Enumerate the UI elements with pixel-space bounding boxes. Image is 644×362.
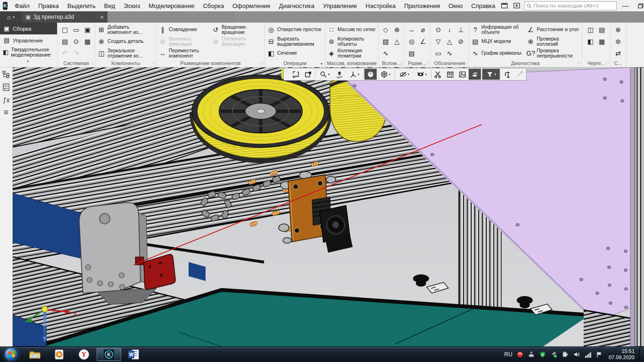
menu-view[interactable]: Вид [100, 1, 120, 10]
menu-diagnostics[interactable]: Диагностика [275, 1, 319, 10]
menu-window[interactable]: Окно [444, 1, 467, 10]
designation-icon-3[interactable]: ⊥ [455, 24, 467, 35]
menu-applications[interactable]: Приложения [400, 1, 444, 10]
linear-dimension-icon[interactable]: ↔ [406, 24, 417, 35]
menu-layout[interactable]: Оформление [228, 1, 275, 10]
app-logo-icon[interactable]: K [3, 2, 8, 10]
tab-close-icon[interactable]: × [100, 14, 104, 21]
designation-icon-8[interactable]: ∿ [444, 47, 455, 59]
menu-file[interactable]: Файл [10, 1, 34, 10]
spec-icon-3[interactable]: ⇄ [612, 47, 624, 59]
usb-device-icon[interactable] [551, 351, 558, 358]
geometry-collection-button[interactable]: ◈ Коллекция геометрии [326, 47, 377, 59]
designation-icon-2[interactable]: ↓ [444, 24, 455, 35]
network-device-icon[interactable] [528, 351, 535, 358]
hatch-plane-icon[interactable]: ▧ [380, 35, 391, 47]
network-signal-icon[interactable] [585, 351, 592, 358]
workplane-button[interactable] [469, 69, 481, 80]
panel-tab-solid-modeling[interactable]: ◧ Твердотельное моделирование [0, 46, 57, 58]
print-icon[interactable]: ▤ [59, 35, 71, 47]
shaded-display-button[interactable] [364, 69, 377, 80]
menu-select[interactable]: Выделить [63, 1, 100, 10]
antivirus-icon[interactable] [517, 351, 524, 358]
document-tab[interactable]: ▣ 3д принтер.a3d × [22, 11, 107, 23]
orient-model-button[interactable] [333, 69, 346, 80]
diagnostics-tool-button[interactable] [501, 69, 513, 80]
continuity-check-button[interactable]: G? Проверка непрерывности [526, 47, 581, 59]
drawing-icon-2[interactable]: ▤ [596, 24, 608, 35]
disable-fixation-button[interactable]: ⊘ Отключить фиксацию [210, 35, 263, 47]
hide-objects-button[interactable]: ▾ [396, 69, 413, 80]
radial-dimension-icon[interactable]: ◎ [406, 35, 417, 47]
mass-properties-button[interactable]: ▤ МЦХ модели [470, 35, 526, 47]
3d-viewport[interactable]: X ∷ ▾ [13, 67, 644, 346]
simple-hole-button[interactable]: ◎ Отверстие простое [266, 24, 324, 35]
show-desktop-button[interactable] [639, 347, 644, 362]
print-preview-icon[interactable]: ⊙ [71, 35, 82, 47]
menu-management[interactable]: Управление [319, 1, 361, 10]
taskbar-yandex-browser[interactable]: Y [72, 347, 96, 362]
move-component-button[interactable]: ↔ Переместить компонент [157, 47, 210, 59]
menu-sketch[interactable]: Эскиз [119, 1, 144, 10]
control-point-icon[interactable]: △ [391, 35, 403, 47]
designation-icon-6[interactable]: ⊘ [455, 35, 467, 47]
zoom-selected-button[interactable] [302, 69, 314, 80]
minimize-button[interactable]: — [619, 1, 632, 10]
enable-fixation-button[interactable]: ⊘ Включить фиксацию [157, 35, 210, 47]
window-options-icon[interactable] [512, 1, 521, 10]
undo-icon[interactable]: ↶ [59, 47, 71, 59]
image-quality-button[interactable] [456, 69, 469, 80]
action-center-flag-icon[interactable] [596, 351, 603, 358]
cut-extrude-button[interactable]: ⊟ Вырезать выдавливанием [266, 35, 324, 47]
start-button[interactable] [0, 347, 23, 362]
restore-button[interactable] [635, 1, 644, 10]
view-orientation-button[interactable]: ▾ [346, 69, 363, 80]
local-cs-icon[interactable]: ⊕ [391, 24, 403, 35]
curvature-graph-button[interactable]: ∿ График кривизны [470, 47, 526, 59]
drawing-icon-1[interactable]: ◫ [585, 24, 596, 35]
home-tab-button[interactable]: ⌂ ▾ [0, 11, 22, 23]
add-component-button[interactable]: ⊞ Добавить компонент из... [96, 24, 155, 35]
copy-objects-button[interactable]: ⊚ Копировать объекты [326, 35, 377, 47]
motor-mount-plate[interactable] [79, 203, 157, 304]
model-tree-icon[interactable] [2, 70, 10, 79]
panel-tab-assembly[interactable]: ▣ Сборка [0, 23, 57, 34]
variables-fx-icon[interactable]: ƒx [2, 96, 10, 104]
menu-modeling[interactable]: Моделирование [144, 1, 198, 10]
volume-icon[interactable] [573, 351, 580, 358]
taskbar-clock[interactable]: 15:51 07.09.2020 [607, 347, 639, 362]
rotation-rotation-button[interactable]: ↺ Вращение-вращение [210, 24, 263, 35]
open-document-icon[interactable]: ▭ [71, 24, 82, 35]
diameter-dimension-icon[interactable]: ⌀ [417, 24, 429, 35]
dimension-table-icon[interactable]: ▤ [406, 47, 417, 59]
drawing-icon-4[interactable]: ▦ [596, 35, 608, 47]
clip-section-button[interactable] [432, 69, 444, 80]
spec-icon-1[interactable]: ⊕ [612, 24, 624, 35]
create-part-button[interactable]: ⊕ Создать деталь [96, 35, 155, 47]
distance-angle-button[interactable]: ∠ Расстояние и угол [526, 24, 581, 35]
scheduler-icon[interactable] [562, 351, 569, 358]
language-indicator[interactable]: RU [504, 351, 512, 358]
planar-grid-button[interactable] [444, 69, 456, 80]
search-input[interactable] [534, 3, 614, 8]
zoom-area-button[interactable] [290, 69, 302, 80]
menu-settings[interactable]: Настройка [361, 1, 400, 10]
designation-icon-7[interactable]: ▭ [433, 47, 444, 59]
save-icon[interactable]: ▣ [82, 24, 93, 35]
window-layout-icon[interactable] [500, 1, 509, 10]
save-as-icon[interactable]: ▦ [82, 35, 93, 47]
drawing-icon-3[interactable]: ◧ [585, 35, 596, 47]
collision-check-button[interactable]: ⊕ Проверка коллизий [526, 35, 581, 47]
menu-assembly[interactable]: Сборка [198, 1, 228, 10]
toolbar-grip[interactable]: ∷ [284, 69, 290, 80]
grid-array-button[interactable]: ∷ Массив по сетке [326, 24, 377, 35]
display-mode-button[interactable]: ▾ [377, 69, 394, 80]
designation-icon-1[interactable]: ⊙ [433, 24, 444, 35]
parameters-list-icon[interactable] [2, 83, 10, 91]
menu-edit[interactable]: Правка [34, 1, 63, 10]
new-document-icon[interactable]: ▢ [59, 24, 71, 35]
section-button[interactable]: ◧ Сечение [266, 47, 324, 59]
zoom-tools-button[interactable]: ▾ [316, 69, 333, 80]
designation-icon-4[interactable]: ▽ [433, 35, 444, 47]
main-menu-icon[interactable]: ≡ [2, 108, 10, 117]
